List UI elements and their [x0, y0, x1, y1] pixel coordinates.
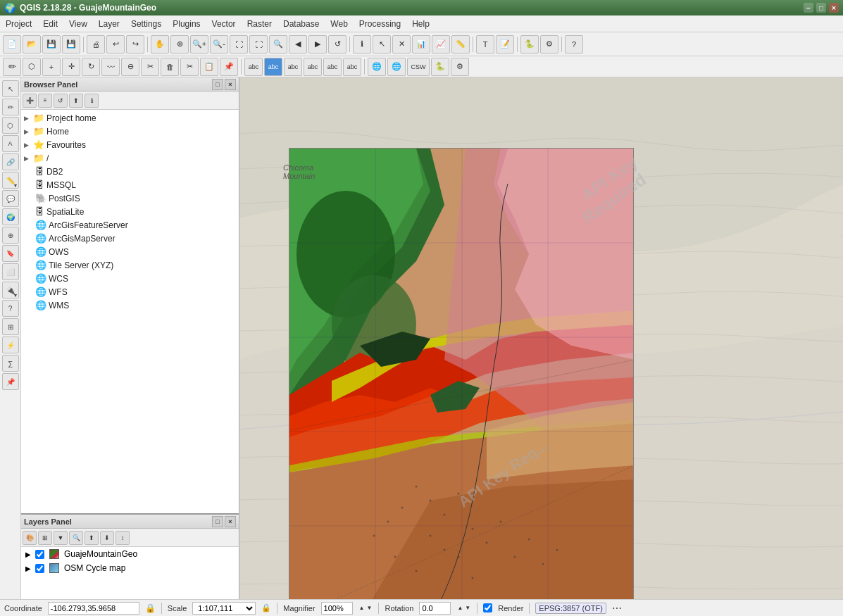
- browser-close-button[interactable]: ×: [225, 79, 236, 90]
- help-btn2[interactable]: ?: [2, 300, 19, 317]
- undo-button[interactable]: ↩: [106, 35, 125, 54]
- processing2-button[interactable]: ⚙: [451, 58, 469, 76]
- deselect-button[interactable]: ✕: [392, 35, 411, 54]
- menu-vector[interactable]: Vector: [206, 18, 242, 30]
- rotation-spinbox[interactable]: ▲ ▼: [456, 605, 471, 611]
- spatial-bookmark-btn[interactable]: 🔖: [2, 245, 19, 262]
- delete-ring[interactable]: ⊖: [121, 58, 139, 76]
- menu-view[interactable]: View: [63, 18, 93, 30]
- map-canvas[interactable]: API Key Required API Key Required API Ke…: [239, 77, 843, 599]
- magnifier-up[interactable]: ▲: [358, 605, 366, 611]
- open-table-button[interactable]: 📊: [412, 35, 430, 54]
- open-layer-styler[interactable]: 🎨: [23, 531, 37, 545]
- label-tool-6[interactable]: abc: [343, 58, 361, 76]
- zoom-in-button[interactable]: 🔍+: [190, 35, 208, 54]
- label-tool-1[interactable]: abc: [244, 58, 263, 76]
- plugins-btn[interactable]: 🔌▼: [2, 282, 19, 298]
- georef-button[interactable]: 🌐: [368, 58, 386, 76]
- label-tool-4[interactable]: abc: [304, 58, 322, 76]
- scale-select[interactable]: 1:107,111 1:50,000 1:250,000: [192, 602, 256, 615]
- zoom-layer-button[interactable]: ⛶: [249, 35, 268, 54]
- cut-features[interactable]: ✂: [180, 58, 199, 76]
- layer-item-guaje[interactable]: ▶ GuajeMountainGeo: [21, 547, 239, 561]
- menu-web[interactable]: Web: [325, 18, 353, 30]
- menu-raster[interactable]: Raster: [242, 18, 277, 30]
- menu-layer[interactable]: Layer: [93, 18, 125, 30]
- render-checkbox[interactable]: [483, 603, 492, 612]
- tree-item-favourites[interactable]: ▶ ⭐ Favourites: [21, 138, 239, 151]
- rotation-down[interactable]: ▼: [464, 605, 471, 611]
- field-calc-btn[interactable]: ∑: [2, 355, 19, 372]
- digitize-btn[interactable]: ⬡: [2, 117, 19, 134]
- layers-close-button[interactable]: ×: [225, 516, 236, 527]
- minimize-button[interactable]: −: [804, 3, 813, 13]
- paste-place-btn[interactable]: 📌: [2, 373, 19, 390]
- feature-action-btn[interactable]: ⚡: [2, 337, 19, 353]
- text-annotation-button[interactable]: T: [476, 35, 494, 54]
- tree-item-home[interactable]: ▶ 📁 Home: [21, 125, 239, 138]
- pan-to-selection[interactable]: ⊕: [170, 35, 189, 54]
- snapping-btn[interactable]: 🔗: [2, 153, 19, 170]
- tree-item-wcs[interactable]: 🌐 WCS: [21, 272, 239, 285]
- label-tool-5[interactable]: abc: [323, 58, 342, 76]
- close-button[interactable]: ×: [829, 3, 839, 13]
- rotation-up[interactable]: ▲: [456, 605, 463, 611]
- menu-plugins[interactable]: Plugins: [167, 18, 206, 30]
- tree-item-mssql[interactable]: 🗄 MSSQL: [21, 178, 239, 191]
- coord-capture-btn[interactable]: ⊕: [2, 227, 19, 244]
- zoom-out-button[interactable]: 🔍-: [210, 35, 228, 54]
- delete-selected[interactable]: 🗑: [161, 58, 179, 76]
- open-project-button[interactable]: 📂: [23, 35, 41, 54]
- menu-processing[interactable]: Processing: [354, 18, 406, 30]
- label-tool-2[interactable]: abc: [264, 58, 282, 76]
- copy-features[interactable]: 📋: [200, 58, 218, 76]
- collapse-all-btn[interactable]: ≡: [38, 94, 52, 108]
- python-console[interactable]: 🐍: [431, 58, 449, 76]
- layer-visibility-checkbox-osm[interactable]: [35, 564, 44, 573]
- tree-item-root[interactable]: ▶ 📁 /: [21, 151, 239, 165]
- menu-settings[interactable]: Settings: [125, 18, 167, 30]
- add-feature[interactable]: +: [42, 58, 61, 76]
- edit-features-btn[interactable]: ✏: [2, 99, 19, 115]
- georef-side-btn[interactable]: ⊞: [2, 318, 19, 335]
- tree-item-ows[interactable]: 🌐 OWS: [21, 245, 239, 258]
- more-options-icon[interactable]: ⋯: [612, 603, 622, 614]
- move-feature[interactable]: ✛: [62, 58, 80, 76]
- tree-item-postgis[interactable]: 🐘 PostGIS: [21, 191, 239, 205]
- magnifier-input[interactable]: [321, 602, 353, 615]
- maximize-button[interactable]: □: [816, 3, 826, 13]
- tree-item-tileserver[interactable]: 🌐 Tile Server (XYZ): [21, 258, 239, 272]
- filter-layers-btn[interactable]: 🔍: [69, 531, 83, 545]
- tree-item-spatialite[interactable]: 🗄 SpatiaLite: [21, 205, 239, 218]
- menu-help[interactable]: Help: [406, 18, 435, 30]
- csw-button[interactable]: CSW: [407, 58, 430, 76]
- tree-item-arcgismap[interactable]: 🌐 ArcGisMapServer: [21, 232, 239, 245]
- menu-edit[interactable]: Edit: [37, 18, 63, 30]
- measure-button[interactable]: 📏: [451, 35, 470, 54]
- statistics-button[interactable]: 📈: [432, 35, 450, 54]
- tree-item-wms[interactable]: 🌐 WMS: [21, 298, 239, 312]
- menu-database[interactable]: Database: [277, 18, 325, 30]
- save-as-button[interactable]: 💾: [62, 35, 80, 54]
- manage-layers-btn[interactable]: ▼: [54, 531, 68, 545]
- redo-button[interactable]: ↪: [126, 35, 144, 54]
- refresh-map-button[interactable]: ↺: [328, 35, 346, 54]
- zoom-next-button[interactable]: ▶: [308, 35, 327, 54]
- layers-float-button[interactable]: □: [212, 516, 223, 527]
- zoom-selection-button[interactable]: 🔍: [269, 35, 287, 54]
- browser-refresh-btn[interactable]: ↺: [54, 94, 68, 108]
- processing-button[interactable]: ⚙: [540, 35, 558, 54]
- tree-item-wfs[interactable]: 🌐 WFS: [21, 285, 239, 298]
- pan-tool[interactable]: ✋: [151, 35, 169, 54]
- georef2-button[interactable]: 🌐: [387, 58, 406, 76]
- browser-float-button[interactable]: □: [212, 79, 223, 90]
- rotate-feature[interactable]: ↻: [82, 58, 100, 76]
- identify-button[interactable]: ℹ: [353, 35, 371, 54]
- edit-node[interactable]: ⬡: [23, 58, 41, 76]
- print-button[interactable]: 🖨: [87, 35, 105, 54]
- decore-btn[interactable]: ⬜: [2, 263, 19, 280]
- tree-item-db2[interactable]: 🗄 DB2: [21, 165, 239, 178]
- label-btn[interactable]: A: [2, 135, 19, 152]
- add-layer-btn[interactable]: ➕: [23, 94, 37, 108]
- delete-part[interactable]: ✂: [141, 58, 159, 76]
